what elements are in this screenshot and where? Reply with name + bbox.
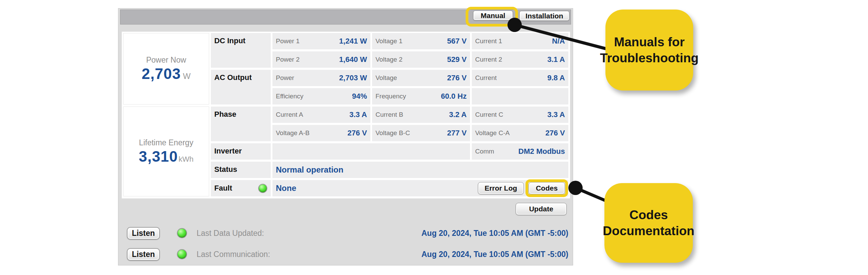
ac-power-value: 2,703 W (339, 74, 367, 82)
section-fault: Fault (211, 180, 271, 196)
ac-power-label: Power (276, 74, 294, 82)
last-data-updated-row: Listen Last Data Updated: Aug 20, 2024, … (127, 227, 568, 240)
dc-power2-value: 1,640 W (339, 55, 367, 64)
phase-voltage-bc-cell: Voltage B-C 277 V (372, 125, 470, 141)
codes-note-line1: Codes (629, 207, 668, 223)
phase-current-b-label: Current B (375, 111, 403, 118)
codes-annotation-callout: Codes Documentation (604, 183, 693, 263)
power-now-value: 2,703 (142, 65, 181, 82)
efficiency-cell: Efficiency 94% (272, 88, 370, 104)
power-now-box: Power Now 2,703 W (123, 33, 209, 104)
dc-current1-value: N/A (552, 37, 565, 46)
dc-voltage2-cell: Voltage 2 529 V (372, 51, 470, 68)
dc-current1-label: Current 1 (475, 37, 502, 45)
last-communication-label: Last Communication: (197, 250, 270, 259)
codes-note-line2: Documentation (603, 223, 694, 239)
comm-cell: Comm DM2 Modbus (472, 143, 568, 160)
status-cell: Normal operation (272, 162, 568, 178)
power-now-label: Power Now (146, 55, 186, 65)
dc-current2-cell: Current 2 3.1 A (472, 51, 568, 68)
fault-led-icon (258, 184, 267, 193)
phase-current-c-label: Current C (475, 111, 503, 118)
inverter-data-table: Power Now 2,703 W Lifetime Energy 3,310 … (122, 32, 570, 198)
phase-current-b-value: 3.2 A (449, 110, 467, 119)
frequency-cell: Frequency 60.0 Hz (372, 88, 470, 104)
section-dc-input: DC Input (211, 33, 271, 68)
manual-annotation-callout: Manuals for Troubleshooting (605, 10, 693, 91)
frequency-value: 60.0 Hz (441, 92, 467, 101)
error-log-button[interactable]: Error Log (478, 182, 524, 194)
dc-current2-value: 3.1 A (547, 55, 565, 64)
phase-current-c-value: 3.3 A (547, 110, 565, 119)
dc-current2-label: Current 2 (475, 56, 502, 63)
fault-cell: None Error Log Codes (272, 180, 568, 196)
phase-current-c-cell: Current C 3.3 A (472, 107, 568, 123)
section-status: Status (211, 162, 271, 178)
last-communication-value: Aug 20, 2024, Tue 10:05 AM (GMT -5:00) (421, 250, 568, 259)
ac-voltage-label: Voltage (375, 74, 397, 82)
dc-power1-cell: Power 1 1,241 W (272, 33, 370, 49)
power-now-unit: W (183, 71, 191, 81)
dc-voltage1-label: Voltage 1 (375, 37, 402, 45)
inverter-empty-cell (272, 143, 470, 160)
comm-status-led-icon (177, 249, 187, 259)
comm-label: Comm (475, 148, 494, 155)
last-data-updated-value: Aug 20, 2024, Tue 10:05 AM (GMT -5:00) (421, 229, 568, 238)
lifetime-energy-unit: kWh (179, 155, 194, 164)
dc-power1-value: 1,241 W (339, 37, 367, 46)
dc-current1-cell: Current 1 N/A (472, 33, 568, 49)
dc-power1-label: Power 1 (276, 37, 300, 45)
dc-voltage1-cell: Voltage 1 567 V (372, 33, 470, 49)
ac-voltage-value: 276 V (447, 74, 467, 82)
ac-current-value: 9.8 A (547, 74, 565, 82)
phase-voltage-ab-cell: Voltage A-B 276 V (272, 125, 370, 141)
dc-voltage1-value: 567 V (447, 37, 467, 46)
phase-voltage-bc-value: 277 V (447, 129, 467, 138)
dc-power2-cell: Power 2 1,640 W (272, 51, 370, 68)
phase-voltage-ab-value: 276 V (348, 129, 367, 138)
phase-voltage-bc-label: Voltage B-C (375, 129, 410, 137)
phase-voltage-ca-value: 276 V (546, 129, 565, 138)
phase-current-b-cell: Current B 3.2 A (372, 107, 470, 123)
efficiency-label: Efficiency (276, 93, 303, 100)
inverter-status-panel: Manual Installation Power Now 2,703 W Li… (118, 8, 573, 265)
frequency-label: Frequency (375, 93, 406, 100)
data-status-led-icon (177, 228, 187, 238)
status-value: Normal operation (276, 165, 344, 175)
phase-current-a-cell: Current A 3.3 A (272, 107, 370, 123)
manual-note-line1: Manuals for (614, 34, 685, 50)
fault-value: None (276, 183, 296, 193)
fault-label: Fault (214, 184, 232, 193)
ac-current-label: Current (475, 74, 497, 82)
listen-button-data[interactable]: Listen (127, 227, 160, 240)
lifetime-energy-label: Lifetime Energy (139, 138, 194, 147)
installation-button[interactable]: Installation (519, 11, 569, 21)
ac-current-cell: Current 9.8 A (472, 70, 568, 86)
last-data-updated-label: Last Data Updated: (197, 229, 264, 238)
manual-button[interactable]: Manual (473, 11, 513, 20)
empty-cell (472, 88, 568, 104)
ac-voltage-cell: Voltage 276 V (372, 70, 470, 86)
phase-voltage-ca-label: Voltage C-A (475, 129, 510, 137)
efficiency-value: 94% (352, 92, 367, 101)
phase-voltage-ab-label: Voltage A-B (276, 129, 310, 137)
dc-voltage2-value: 529 V (447, 55, 467, 64)
dc-power2-label: Power 2 (276, 56, 300, 63)
section-inverter: Inverter (211, 143, 271, 160)
phase-current-a-value: 3.3 A (349, 110, 367, 119)
manual-note-line2: Troubleshooting (600, 50, 699, 66)
dc-voltage2-label: Voltage 2 (375, 56, 402, 63)
last-communication-row: Listen Last Communication: Aug 20, 2024,… (127, 248, 568, 261)
phase-voltage-ca-cell: Voltage C-A 276 V (472, 125, 568, 141)
listen-button-comm[interactable]: Listen (127, 248, 160, 261)
lifetime-energy-value: 3,310 (139, 148, 178, 165)
lifetime-energy-box: Lifetime Energy 3,310 kWh (123, 107, 209, 196)
screenshot-root: Manual Installation Power Now 2,703 W Li… (0, 0, 868, 275)
codes-button[interactable]: Codes (529, 182, 565, 194)
update-button[interactable]: Update (516, 203, 567, 215)
comm-value: DM2 Modbus (518, 147, 565, 156)
phase-current-a-label: Current A (276, 111, 303, 118)
section-ac-output: AC Output (211, 70, 271, 104)
ac-power-cell: Power 2,703 W (272, 70, 370, 86)
section-phase: Phase (211, 107, 271, 141)
